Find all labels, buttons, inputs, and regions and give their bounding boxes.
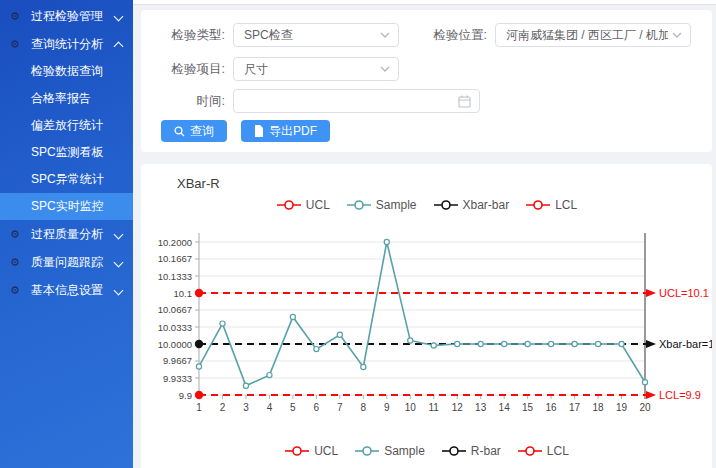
sidebar: ⚙ 过程检验管理 ⚙ 查询统计分析 检验数据查询 合格率报告 偏差放行统计 SP… bbox=[0, 0, 133, 468]
calendar-icon[interactable] bbox=[458, 95, 471, 108]
legend-top: UCL Sample Xbar-bar LCL bbox=[141, 198, 712, 212]
svg-text:10.0000: 10.0000 bbox=[158, 339, 192, 350]
svg-text:20: 20 bbox=[639, 402, 651, 413]
legend-marker-icon bbox=[354, 446, 380, 456]
inspection-location-select[interactable]: 河南威猛集团 / 西区工厂 / 机加 bbox=[495, 23, 691, 47]
svg-text:10.1667: 10.1667 bbox=[158, 253, 192, 264]
sidebar-item-label: 质量问题跟踪 bbox=[31, 254, 111, 271]
svg-text:Xbar-bar=1: Xbar-bar=1 bbox=[659, 338, 712, 350]
sidebar-item-process-quality-analysis[interactable]: ⚙ 过程质量分析 bbox=[0, 220, 133, 248]
legend-marker-icon bbox=[441, 446, 467, 456]
sidebar-item-deviation-release-stats[interactable]: 偏差放行统计 bbox=[0, 112, 133, 139]
inspection-type-label: 检验类型: bbox=[161, 27, 225, 44]
inspection-type-value: SPC检查 bbox=[244, 27, 376, 44]
chevron-down-icon bbox=[115, 286, 123, 294]
sidebar-item-process-inspection[interactable]: ⚙ 过程检验管理 bbox=[0, 2, 133, 30]
gear-icon: ⚙ bbox=[10, 10, 26, 23]
svg-text:9.9: 9.9 bbox=[179, 390, 192, 401]
inspection-item-value: 尺寸 bbox=[244, 61, 376, 78]
export-pdf-button[interactable]: 导出PDF bbox=[241, 120, 330, 142]
xbar-chart: 10.200010.166710.133310.110.066710.03331… bbox=[151, 222, 712, 422]
search-button-label: 查询 bbox=[190, 123, 214, 140]
legend-marker-icon bbox=[433, 200, 459, 210]
sidebar-item-label: SPC异常统计 bbox=[31, 171, 104, 188]
legend-label: Xbar-bar bbox=[463, 198, 510, 212]
search-button[interactable]: 查询 bbox=[161, 120, 227, 142]
svg-text:9: 9 bbox=[384, 402, 390, 413]
svg-text:11: 11 bbox=[429, 402, 440, 413]
gear-icon: ⚙ bbox=[10, 38, 26, 51]
sidebar-item-quality-issue-tracking[interactable]: ⚙ 质量问题跟踪 bbox=[0, 248, 133, 276]
sidebar-item-label: SPC实时监控 bbox=[31, 198, 104, 215]
sidebar-item-label: SPC监测看板 bbox=[31, 144, 104, 161]
svg-text:9.9333: 9.9333 bbox=[163, 373, 192, 384]
top-bar bbox=[133, 0, 716, 5]
svg-text:13: 13 bbox=[475, 402, 487, 413]
gear-icon: ⚙ bbox=[10, 256, 26, 269]
legend-item-xbar-bar[interactable]: Xbar-bar bbox=[433, 198, 510, 212]
sidebar-item-spc-dashboard[interactable]: SPC监测看板 bbox=[0, 139, 133, 166]
search-icon bbox=[174, 126, 185, 137]
sidebar-item-label: 合格率报告 bbox=[31, 90, 91, 107]
svg-text:1: 1 bbox=[196, 402, 202, 413]
svg-text:10.0333: 10.0333 bbox=[158, 322, 192, 333]
gear-icon: ⚙ bbox=[10, 228, 26, 241]
filter-panel: 检验类型: SPC检查 检验位置: 河南威猛集团 / 西区工厂 / 机加 检验项… bbox=[141, 10, 712, 152]
svg-text:18: 18 bbox=[592, 402, 604, 413]
sidebar-item-label: 过程质量分析 bbox=[31, 226, 111, 243]
document-icon bbox=[254, 125, 264, 137]
sidebar-item-spc-anomaly-stats[interactable]: SPC异常统计 bbox=[0, 166, 133, 193]
legend-item-ucl[interactable]: UCL bbox=[276, 198, 330, 212]
sidebar-item-pass-rate-report[interactable]: 合格率报告 bbox=[0, 85, 133, 112]
chevron-down-icon bbox=[115, 12, 123, 20]
inspection-location-label: 检验位置: bbox=[423, 27, 487, 44]
svg-text:10.1333: 10.1333 bbox=[158, 271, 192, 282]
sidebar-item-inspection-data-query[interactable]: 检验数据查询 bbox=[0, 58, 133, 85]
sidebar-item-label: 基本信息设置 bbox=[31, 282, 111, 299]
svg-text:10.0667: 10.0667 bbox=[158, 304, 192, 315]
svg-text:7: 7 bbox=[337, 402, 343, 413]
svg-text:15: 15 bbox=[522, 402, 534, 413]
sidebar-item-query-statistics[interactable]: ⚙ 查询统计分析 bbox=[0, 30, 133, 58]
chart-title: XBar-R bbox=[177, 176, 712, 191]
sidebar-item-label: 检验数据查询 bbox=[31, 63, 103, 80]
time-input[interactable] bbox=[244, 94, 454, 108]
svg-text:2: 2 bbox=[220, 402, 226, 413]
svg-text:9.9667: 9.9667 bbox=[163, 355, 192, 366]
legend-marker-icon bbox=[346, 200, 372, 210]
legend-bottom: UCL Sample R-bar LCL bbox=[141, 444, 712, 458]
legend-label: Sample bbox=[384, 444, 425, 458]
chevron-up-icon bbox=[115, 40, 123, 48]
inspection-type-select[interactable]: SPC检查 bbox=[233, 23, 399, 47]
legend-item-ucl[interactable]: UCL bbox=[284, 444, 338, 458]
chevron-down-icon bbox=[380, 66, 390, 72]
xbar-chart-svg: 10.200010.166710.133310.110.066710.03331… bbox=[151, 222, 712, 418]
legend-item-lcl[interactable]: LCL bbox=[517, 444, 569, 458]
legend-marker-icon bbox=[525, 200, 551, 210]
svg-text:10.2000: 10.2000 bbox=[158, 237, 192, 248]
legend-marker-icon bbox=[517, 446, 543, 456]
svg-text:4: 4 bbox=[267, 402, 273, 413]
inspection-item-select[interactable]: 尺寸 bbox=[233, 57, 399, 81]
legend-marker-icon bbox=[284, 446, 310, 456]
svg-text:12: 12 bbox=[452, 402, 464, 413]
legend-label: R-bar bbox=[471, 444, 501, 458]
svg-text:10: 10 bbox=[405, 402, 417, 413]
sidebar-item-spc-realtime-monitor[interactable]: SPC实时监控 bbox=[0, 193, 133, 220]
time-label: 时间: bbox=[161, 93, 225, 110]
svg-text:14: 14 bbox=[499, 402, 511, 413]
legend-item-lcl[interactable]: LCL bbox=[525, 198, 577, 212]
sidebar-item-basic-info-settings[interactable]: ⚙ 基本信息设置 bbox=[0, 276, 133, 304]
svg-text:10.1: 10.1 bbox=[174, 288, 193, 299]
chevron-down-icon bbox=[672, 32, 682, 38]
svg-text:17: 17 bbox=[569, 402, 581, 413]
export-pdf-button-label: 导出PDF bbox=[269, 123, 317, 140]
legend-item-sample[interactable]: Sample bbox=[346, 198, 417, 212]
time-picker[interactable] bbox=[233, 89, 480, 113]
legend-marker-icon bbox=[276, 200, 302, 210]
legend-item-r-bar[interactable]: R-bar bbox=[441, 444, 501, 458]
legend-item-sample[interactable]: Sample bbox=[354, 444, 425, 458]
svg-text:6: 6 bbox=[314, 402, 320, 413]
inspection-location-value: 河南威猛集团 / 西区工厂 / 机加 bbox=[506, 27, 668, 44]
chevron-down-icon bbox=[115, 230, 123, 238]
